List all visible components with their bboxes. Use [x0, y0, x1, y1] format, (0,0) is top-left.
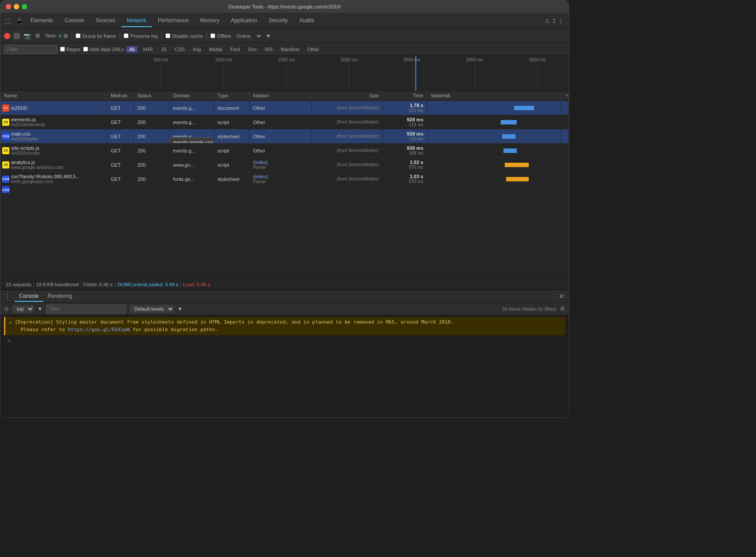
cell-extra-4: [561, 158, 569, 172]
cell-type-2: stylesheet: [214, 129, 249, 143]
cell-extra-2: [561, 129, 569, 143]
tab-memory[interactable]: Memory: [195, 15, 225, 27]
cell-type-1: script: [214, 115, 249, 129]
record-button[interactable]: [4, 33, 10, 39]
console-tab-console[interactable]: Console: [15, 291, 43, 302]
cell-name-2: CSS main.css /io2016/styles: [0, 129, 107, 143]
cell-extra-1: [561, 115, 569, 129]
filter-pill-doc[interactable]: Doc: [245, 46, 260, 52]
console-tab-rendering[interactable]: Rendering: [43, 291, 76, 302]
cell-waterfall-4: [427, 158, 561, 172]
filter-pill-media[interactable]: Media: [206, 46, 225, 52]
close-button[interactable]: [6, 4, 11, 9]
regex-check[interactable]: Regex: [60, 47, 80, 52]
header-method[interactable]: Method: [107, 91, 134, 100]
minimize-button[interactable]: [14, 4, 19, 9]
cell-method-4: GET: [107, 158, 134, 172]
view-icons: View: ≡ ⊞: [45, 33, 68, 39]
cell-domain-3: events.g...: [169, 144, 214, 157]
initiator-link-5[interactable]: (index): [253, 174, 268, 179]
camera-button[interactable]: 📷: [24, 32, 31, 40]
domain-tooltip: events.google.com: [169, 137, 214, 143]
hide-data-urls-check[interactable]: Hide data URLs: [83, 47, 124, 52]
filter-pill-other[interactable]: Other: [305, 46, 322, 52]
console-settings-icon[interactable]: ⚙: [560, 305, 565, 312]
cell-type-3: script: [214, 144, 249, 157]
offline-check[interactable]: Offline: [210, 33, 231, 39]
stop-recording-button[interactable]: [14, 33, 20, 39]
filter-pill-img[interactable]: Img: [190, 46, 203, 52]
tab-elements[interactable]: Elements: [25, 15, 58, 27]
filter-pill-js[interactable]: JS: [158, 46, 169, 52]
filter-pill-manifest[interactable]: Manifest: [278, 46, 302, 52]
initiator-link-4[interactable]: (index): [253, 160, 268, 165]
cell-waterfall-partial: [427, 186, 561, 193]
console-close-button[interactable]: ✕: [557, 290, 566, 302]
maximize-button[interactable]: [22, 4, 27, 9]
cell-time-5: 1.03 s 970 ms: [383, 172, 427, 186]
header-initiator[interactable]: Initiator: [249, 91, 312, 100]
header-size[interactable]: Size: [312, 91, 383, 100]
view-grid-icon[interactable]: ⊞: [64, 33, 68, 39]
header-time[interactable]: Time: [383, 91, 427, 100]
console-content: ⚠ [Deprecation] Styling master document …: [0, 315, 569, 418]
filter-pill-all[interactable]: All: [126, 46, 137, 52]
mobile-icon[interactable]: 📱: [14, 16, 24, 26]
deprecation-link[interactable]: https://goo.gl/EGXzpW: [68, 327, 129, 333]
timeline-cursor: [415, 56, 416, 91]
top-tabs-bar: ⬚ 📱 Elements Console Sources Network Per…: [0, 13, 569, 29]
cell-domain-2: events.g... events.google.com: [169, 129, 214, 143]
table-row[interactable]: <> io2016/ GET 200 events.g... document …: [0, 101, 569, 115]
filter-toggle-button[interactable]: ⚙: [34, 32, 41, 40]
table-row[interactable]: JS site-scripts.js /io2016/scripts GET 2…: [0, 144, 569, 158]
cell-extra-partial: [561, 186, 569, 193]
prompt-arrow-icon: >: [8, 338, 11, 344]
table-row[interactable]: JS analytics.js www.google-analytics.com…: [0, 158, 569, 172]
tab-security[interactable]: Security: [263, 15, 293, 27]
console-panel: ⋮ Console Rendering ✕ ⊘ top ▼ Default le…: [0, 289, 569, 418]
tab-network[interactable]: Network: [121, 15, 152, 27]
header-status[interactable]: Status: [134, 91, 169, 100]
view-list-icon[interactable]: ≡: [59, 33, 62, 39]
cell-status-0: 200: [134, 101, 169, 115]
cell-status-3: 200: [134, 144, 169, 157]
cell-initiator-partial: [249, 186, 312, 193]
traffic-lights: [6, 4, 27, 9]
console-menu-icon[interactable]: ⋮: [3, 292, 12, 301]
tab-sources[interactable]: Sources: [90, 15, 121, 27]
filter-input[interactable]: [4, 45, 57, 54]
table-row[interactable]: CSS css?family=Roboto:300,400,5... fonts…: [0, 172, 569, 186]
tab-performance[interactable]: Performance: [153, 15, 194, 27]
table-row-partial[interactable]: CSS: [0, 186, 569, 193]
cell-extra-3: [561, 144, 569, 157]
select-tool-icon[interactable]: ⬚: [2, 16, 13, 26]
console-stop-icon[interactable]: ⊘: [4, 305, 9, 312]
more-options-icon[interactable]: ⋮: [558, 18, 563, 24]
preserve-log-check[interactable]: Preserve log: [124, 33, 158, 39]
group-by-frame-check[interactable]: Group by frame: [76, 33, 116, 39]
cell-size-3: (from ServiceWorker): [312, 144, 383, 157]
filter-pill-ws[interactable]: WS: [262, 46, 275, 52]
filter-pill-font[interactable]: Font: [228, 46, 243, 52]
console-context-select[interactable]: top: [12, 305, 34, 313]
cell-domain-partial: [169, 186, 214, 193]
header-waterfall[interactable]: Waterfall: [427, 91, 561, 100]
tab-audits[interactable]: Audits: [294, 15, 319, 27]
window-title: Developer Tools - https://events.google.…: [229, 4, 341, 9]
table-row[interactable]: JS elements.js /io2016/elements GET 200 …: [0, 115, 569, 129]
header-name[interactable]: Name: [0, 91, 107, 100]
tab-application[interactable]: Application: [225, 15, 262, 27]
tick-500ms: 500 ms: [129, 57, 192, 62]
disable-cache-check[interactable]: Disable cache: [165, 33, 203, 39]
console-levels-select[interactable]: Default levels: [130, 305, 174, 313]
header-domain[interactable]: Domain: [169, 91, 214, 100]
table-row[interactable]: CSS main.css /io2016/styles GET 200 even…: [0, 129, 569, 144]
network-table[interactable]: Name Method Status Domain Type Initiator…: [0, 91, 569, 279]
throttle-select[interactable]: Online Fast 3G Slow 3G Offline: [235, 33, 262, 39]
filter-pill-xhr[interactable]: XHR: [140, 46, 156, 52]
header-type[interactable]: Type: [214, 91, 249, 100]
cell-type-5: stylesheet: [214, 172, 249, 186]
filter-pill-css[interactable]: CSS: [172, 46, 188, 52]
tab-console[interactable]: Console: [59, 15, 89, 27]
console-filter-input[interactable]: [46, 305, 126, 313]
